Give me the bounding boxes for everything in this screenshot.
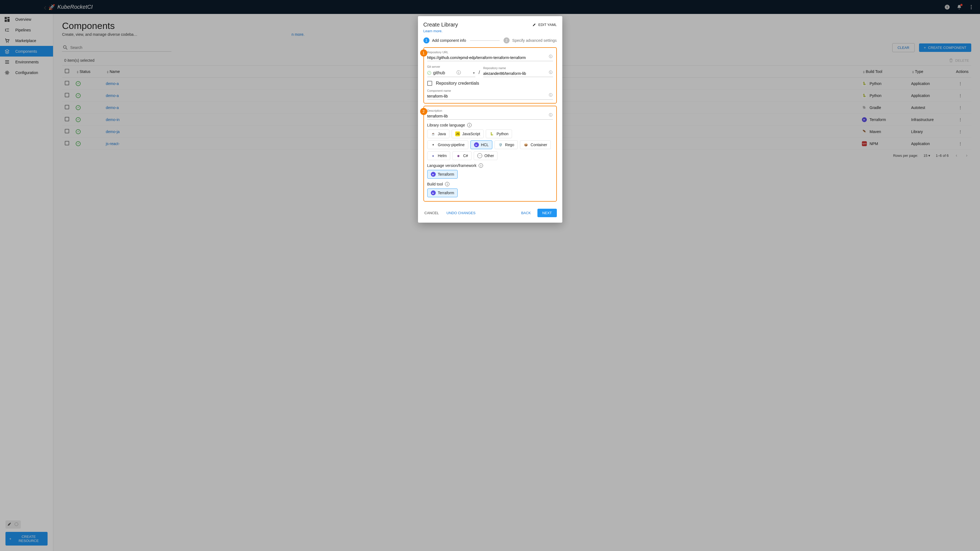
stepper: 1 Add component info 2 Specify advanced … [423,37,557,43]
checkbox-label: Repository credentials [436,81,479,86]
back-button[interactable]: BACK [520,209,532,217]
info-icon[interactable]: i [445,182,449,186]
field-label: Description [427,109,553,112]
chip-label: Other [484,154,494,158]
info-icon[interactable]: i [467,123,471,127]
framework-chips: ▸Terraform [427,170,553,179]
annotation-badge-1: 1 [420,49,427,57]
language-chip[interactable]: ✦Groovy-pipeline [427,140,468,149]
chip-label: Rego [505,143,514,147]
repository-name-input[interactable] [483,70,553,77]
cancel-button[interactable]: CANCEL [423,209,440,217]
language-chip[interactable]: ⋯Other [474,151,498,160]
git-server-select[interactable]: ✓ github ⓘ ▼ [427,69,476,77]
annotation-box-1: 1 Repository URL ⓘ Git server ✓ github ⓘ… [423,47,557,103]
chip-label: Helm [438,154,447,158]
info-icon[interactable]: ⓘ [549,113,552,118]
language-chip[interactable]: 🐍Python [486,130,512,138]
language-chip[interactable]: ▸HCL [471,140,492,149]
repository-credentials-row[interactable]: Repository credentials [427,81,553,86]
git-server-value: github [433,70,445,75]
step-1[interactable]: 1 Add component info [423,37,466,43]
chip-label: C# [463,154,468,158]
component-name-input[interactable] [427,93,553,100]
step-number: 2 [504,37,509,43]
build-tool-chip[interactable]: ▸Terraform [427,189,458,197]
check-icon: ✓ [427,71,431,75]
chip-label: Java [438,132,446,136]
chip-label: Container [531,143,547,147]
step-number: 1 [423,37,430,43]
annotation-badge-2: 2 [420,108,427,115]
repository-url-input[interactable] [427,54,553,61]
language-chip[interactable]: ⎈Helm [427,151,450,160]
next-button[interactable]: NEXT [538,209,557,217]
repository-url-field: Repository URL ⓘ [427,51,553,61]
step-label: Add component info [432,38,466,43]
chip-label: Groovy-pipeline [438,143,465,147]
pencil-icon [532,23,536,27]
info-icon[interactable]: ⓘ [549,93,552,97]
language-chip[interactable]: 🛡️Rego [495,140,518,149]
build-tool-chips: ▸Terraform [427,189,553,197]
language-chips: ☕JavaJSJavaScript🐍Python✦Groovy-pipeline… [427,130,553,160]
field-label: Git server [427,65,476,68]
info-icon[interactable]: i [479,164,483,168]
create-library-dialog: Create Library EDIT YAML Learn more. 1 A… [418,16,562,222]
chip-label: Terraform [438,191,454,195]
info-icon: ⓘ [457,70,461,76]
framework-label: Language version/framework i [427,164,553,168]
annotation-box-2: 2 Description ⓘ Library code language i … [423,106,557,202]
step-label: Specify advanced settings [512,38,557,43]
learn-more-link[interactable]: Learn more. [423,29,442,33]
chip-label: Terraform [438,172,454,176]
button-label: EDIT YAML [538,23,557,27]
build-tool-label: Build tool i [427,182,553,186]
modal-overlay: Create Library EDIT YAML Learn more. 1 A… [0,0,980,551]
chip-label: HCL [481,143,489,147]
language-chip[interactable]: JSJavaScript [452,130,484,138]
language-chip[interactable]: ☕Java [427,130,450,138]
field-label: Component name [427,89,553,92]
undo-changes-button[interactable]: UNDO CHANGES [445,209,476,217]
chevron-down-icon: ▼ [473,71,476,75]
language-label: Library code language i [427,123,553,127]
framework-chip[interactable]: ▸Terraform [427,170,458,179]
info-icon[interactable]: ⓘ [549,54,552,59]
edit-yaml-button[interactable]: EDIT YAML [532,23,557,27]
dialog-title: Create Library [423,22,458,28]
field-label: Repository URL [427,51,553,54]
step-2[interactable]: 2 Specify advanced settings [504,37,557,43]
description-input[interactable] [427,113,553,120]
repository-credentials-checkbox[interactable] [427,81,432,86]
info-icon[interactable]: ⓘ [549,70,552,75]
language-chip[interactable]: 📦Container [520,140,551,149]
language-chip[interactable]: ◉C# [452,151,471,160]
path-separator: / [479,70,480,77]
field-label: Repository name [483,67,553,70]
chip-label: Python [496,132,509,136]
chip-label: JavaScript [462,132,480,136]
